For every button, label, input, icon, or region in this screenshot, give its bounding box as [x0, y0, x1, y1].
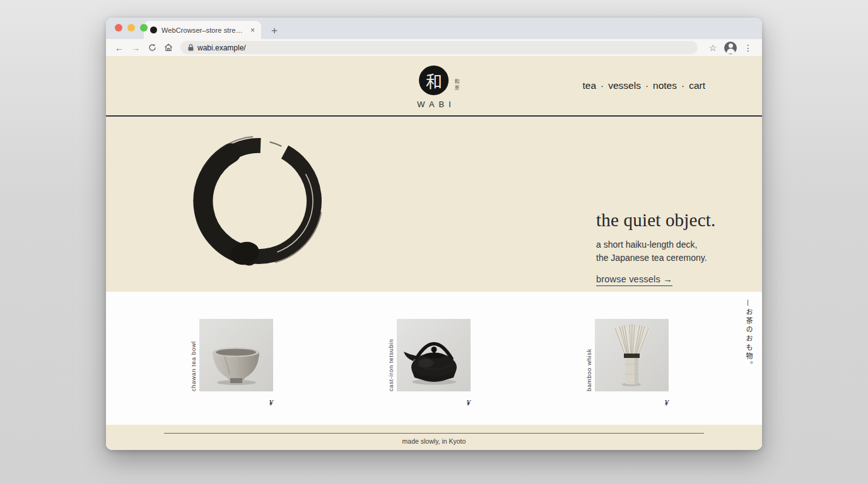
- tab-favicon: [150, 26, 157, 33]
- forward-icon[interactable]: →: [129, 43, 143, 52]
- hero-tagline: a short haiku-length deck, the Japanese …: [596, 238, 754, 265]
- hero-title: the quiet object.: [596, 210, 754, 231]
- product-image-bamboo-whisk: [595, 319, 669, 391]
- site-header: 和 WABI 和茶 tea·vessels·notes·cart: [106, 56, 762, 115]
- minimize-window-button[interactable]: [127, 24, 135, 32]
- nav-item-notes[interactable]: notes: [653, 80, 677, 91]
- footer-rule: [164, 433, 704, 434]
- browser-tab[interactable]: WebCrowser–store streenshot ×: [144, 21, 261, 39]
- main-nav: tea·vessels·notes·cart: [582, 80, 705, 91]
- nav-separator: ·: [601, 80, 604, 91]
- footer-text: made slowly, in Kyoto: [106, 437, 762, 445]
- new-tab-button[interactable]: +: [271, 25, 278, 36]
- tab-title: WebCrowser–store streenshot: [161, 26, 245, 34]
- vertical-japanese-note: —お茶のおも物。: [743, 299, 753, 370]
- product-image-chawan-tea-bowl: [199, 319, 273, 391]
- nav-item-cart[interactable]: cart: [689, 80, 705, 91]
- product-label: bamboo whisk: [585, 349, 592, 391]
- url-bar[interactable]: wabi.example/: [180, 41, 698, 54]
- logo-wordmark: WABI: [413, 100, 455, 109]
- nav-separator: ·: [681, 80, 684, 91]
- browser-toolbar: ← → wabi.example/ ☆ ⋮: [106, 39, 762, 56]
- home-icon[interactable]: [161, 43, 175, 52]
- browse-vessels-link[interactable]: browse vessels →: [596, 274, 672, 286]
- hero-tagline-line1: a short haiku-length deck,: [596, 238, 754, 251]
- product-image-cast-iron-tetsubin: [397, 319, 471, 391]
- traffic-lights: [115, 24, 148, 32]
- back-icon[interactable]: ←: [112, 43, 126, 52]
- nav-item-vessels[interactable]: vessels: [608, 80, 641, 91]
- site-footer: made slowly, in Kyoto: [106, 425, 762, 450]
- hero-copy: the quiet object. a short haiku-length d…: [596, 210, 754, 286]
- nav-item-tea[interactable]: tea: [582, 80, 596, 91]
- product-price: ¥: [397, 398, 471, 408]
- bookmark-star-icon[interactable]: ☆: [705, 43, 720, 53]
- menu-dots-icon[interactable]: ⋮: [741, 43, 756, 53]
- product-price: ¥: [595, 398, 669, 408]
- enso-brush-circle: [187, 128, 331, 272]
- logo-kanji-circle: 和: [419, 66, 449, 95]
- nav-separator: ·: [645, 80, 648, 91]
- products-section: chawan tea bowl: [106, 292, 762, 425]
- reload-icon[interactable]: [145, 43, 159, 52]
- lock-icon: [188, 44, 194, 51]
- hero-tagline-line2: the Japanese tea ceremony.: [596, 251, 754, 265]
- logo-side-vertical-text: 和茶: [453, 79, 460, 91]
- tab-strip: WebCrowser–store streenshot × +: [106, 18, 762, 39]
- zoom-window-button[interactable]: [140, 24, 148, 32]
- webpage: 和 WABI 和茶 tea·vessels·notes·cart t: [106, 56, 762, 450]
- site-logo[interactable]: 和 WABI: [413, 66, 455, 109]
- url-text: wabi.example/: [197, 43, 246, 52]
- product-label: cast-iron tetsubin: [387, 339, 394, 391]
- product-price: ¥: [199, 398, 273, 408]
- close-window-button[interactable]: [115, 24, 122, 32]
- tab-close-icon[interactable]: ×: [249, 26, 256, 35]
- hero-section: the quiet object. a short haiku-length d…: [106, 117, 762, 292]
- browser-window: WebCrowser–store streenshot × + ← → wabi…: [106, 18, 762, 450]
- profile-avatar-icon[interactable]: [724, 42, 737, 54]
- product-label: chawan tea bowl: [190, 341, 197, 391]
